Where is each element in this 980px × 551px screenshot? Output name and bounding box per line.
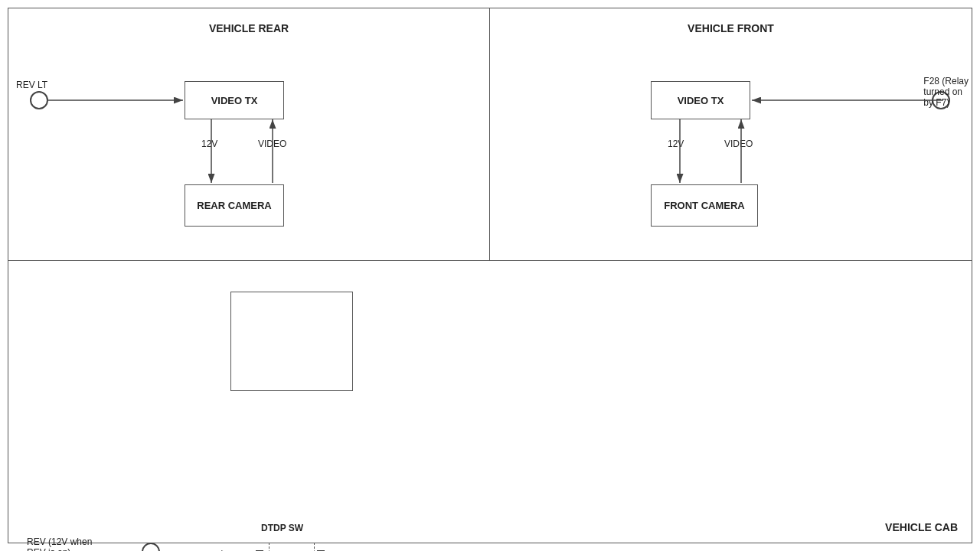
vehicle-front-title: VEHICLE FRONT — [688, 22, 774, 34]
rev-label: REV (12V whenREV is on) — [27, 536, 92, 551]
12v-rear-label: 12V — [201, 139, 217, 149]
dtdp-sw-label: DTDP SW — [261, 523, 303, 533]
f28-label: F28 (Relayturned onby F7) — [923, 76, 969, 108]
vehicle-front: VEHICLE FRONT VIDEO TX FRONT CAMERA F28 … — [490, 8, 972, 260]
main-diagram: VEHICLE REAR VIDEO TX REAR CAMERA REV LT… — [8, 8, 972, 543]
12v-front-label: 12V — [668, 139, 684, 149]
dtdp-sw-box — [230, 292, 353, 391]
front-camera-box: FRONT CAMERA — [651, 184, 758, 227]
rev-lt-label: REV LT — [16, 80, 47, 90]
rear-camera-box: REAR CAMERA — [185, 184, 284, 227]
rev-lt-circle — [30, 91, 48, 109]
dtdp-inner — [269, 543, 315, 551]
rev-circle — [142, 543, 160, 551]
bottom-arrows — [8, 261, 972, 544]
video-tx-rear-box: VIDEO TX — [185, 81, 284, 119]
video-rear-label: VIDEO — [258, 139, 286, 149]
top-section: VEHICLE REAR VIDEO TX REAR CAMERA REV LT… — [8, 8, 972, 261]
vehicle-cab-label: VEHICLE CAB — [885, 521, 958, 533]
vehicle-rear: VEHICLE REAR VIDEO TX REAR CAMERA REV LT… — [8, 8, 490, 260]
video-tx-front-box: VIDEO TX — [651, 81, 750, 119]
video-front-label: VIDEO — [724, 139, 753, 149]
bottom-section: VEHICLE CAB DTDP SW SPDPRELAY ⊥ REV (12V… — [8, 261, 972, 544]
vehicle-rear-title: VEHICLE REAR — [209, 22, 289, 34]
